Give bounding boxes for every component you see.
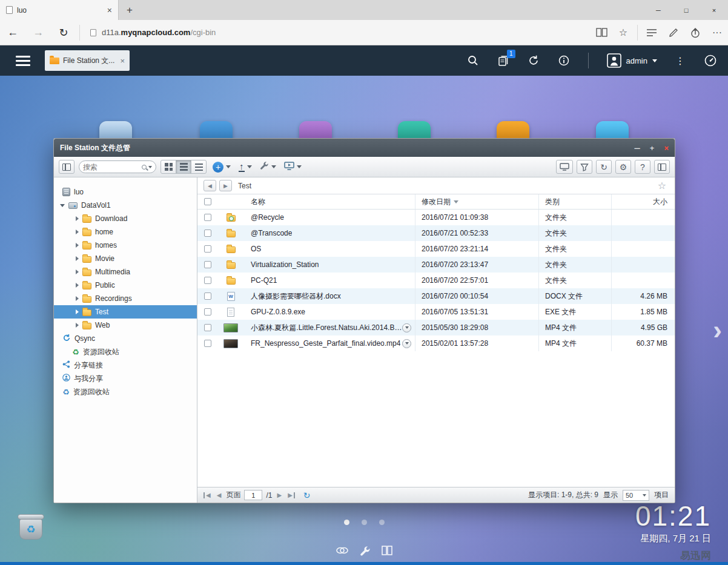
search-input[interactable] [83,163,140,171]
tree-item-qsync-recycle[interactable]: ♻ 资源回收站 [54,345,197,358]
tree-item-download[interactable]: Download [54,212,197,225]
file-name[interactable]: 人像摄影需要哪些器材.docx [251,291,341,302]
search-box[interactable] [79,160,156,173]
background-tasks-icon[interactable] [528,55,540,67]
play-options-button[interactable] [402,323,411,332]
row-checkbox[interactable] [204,308,211,316]
refresh-icon[interactable]: ↻ [51,26,76,39]
column-header-type[interactable]: 类别 [538,194,611,209]
tree-item-web[interactable]: Web [54,319,197,332]
file-name[interactable]: 小森林.夏秋篇.Little.Forest.Natsu.Aki.2014.BD1… [251,323,402,333]
row-checkbox[interactable] [204,292,211,300]
expand-icon[interactable] [76,256,79,261]
page-dot[interactable] [379,520,385,525]
nav-back-button[interactable]: ◀ [204,180,216,191]
row-checkbox[interactable] [204,245,211,253]
columns-icon[interactable] [382,546,392,559]
page-size-select[interactable]: 50 [623,490,649,501]
file-name[interactable]: FR_Nespresso_Geste_Parfait_final.video.m… [251,339,400,348]
tree-item-test-selected[interactable]: Test [54,305,197,319]
next-page-button[interactable]: ▶ [276,492,283,498]
forward-icon[interactable]: → [25,26,51,39]
hub-icon[interactable] [641,28,663,37]
prev-page-button[interactable]: ◀ [216,492,223,498]
web-note-icon[interactable] [663,28,684,38]
refresh-button[interactable]: ↻ [596,160,612,174]
file-name[interactable]: PC-Q21 [251,276,277,285]
tree-item-shared-with-me[interactable]: 与我分享 [54,372,197,385]
row-checkbox[interactable] [204,214,211,221]
share-icon[interactable] [684,27,706,38]
play-options-button[interactable] [402,339,411,348]
file-row[interactable]: 人像摄影需要哪些器材.docx 2016/07/20 00:10:54 DOCX… [197,288,675,304]
expand-icon[interactable] [76,323,79,328]
expand-icon[interactable] [76,230,79,234]
row-checkbox[interactable] [204,324,211,331]
window-maximize-button[interactable]: + [650,144,655,153]
expand-icon[interactable] [76,309,79,314]
quick-link-icon[interactable] [336,546,349,559]
url-field[interactable]: d11a.myqnapcloud.com/cgi-bin [83,28,591,37]
file-row[interactable]: FR_Nespresso_Geste_Parfait_final.video.m… [197,335,675,351]
more-options-icon[interactable]: ⋮ [675,55,686,67]
browser-tab[interactable]: luo × [0,0,119,20]
file-row[interactable]: @Recycle 2016/07/21 01:09:38 文件夹 [197,210,675,225]
tree-item-multimedia[interactable]: Multimedia [54,265,197,279]
tree-item-recycle-bin[interactable]: ♻ 资源回收站 [54,385,197,398]
file-row[interactable]: Virtualization_Station 2016/07/20 23:13:… [197,257,675,273]
expand-icon[interactable] [76,296,79,301]
play-to-device-menu-button[interactable] [282,162,303,173]
column-header-modified[interactable]: 修改日期 [415,194,538,209]
select-all-checkbox[interactable] [204,198,211,205]
notifications-icon[interactable]: 1 [497,55,509,67]
qts-tab-file-station[interactable]: File Station 文... × [45,50,130,71]
expand-icon[interactable] [76,243,79,248]
file-row[interactable]: PC-Q21 2016/07/20 22:57:01 文件夹 [197,273,675,288]
file-row[interactable]: OS 2016/07/20 23:21:14 文件夹 [197,241,675,257]
page-dot-active[interactable] [344,520,349,525]
info-icon[interactable] [558,55,570,67]
tree-item-home[interactable]: home [54,225,197,239]
settings-button[interactable]: ⚙ [615,160,631,174]
tree-item-volume[interactable]: DataVol1 [54,199,197,212]
panel-view-button[interactable] [654,160,670,174]
tree-item-qsync[interactable]: Qsync [54,332,197,345]
tab-close-icon[interactable]: × [107,6,112,15]
tree-item-recordings[interactable]: Recordings [54,292,197,305]
file-name[interactable]: GPU-Z.0.8.9.exe [251,308,305,316]
filter-button[interactable] [577,160,592,174]
tree-item-public[interactable]: Public [54,279,197,292]
row-checkbox[interactable] [204,277,211,284]
more-options-icon[interactable]: ··· [706,27,728,38]
row-checkbox[interactable] [204,261,211,268]
tree-item-movie[interactable]: Movie [54,252,197,265]
column-header-name[interactable]: 名称 [243,194,415,209]
column-header-size[interactable]: 大小 [611,194,675,209]
search-options-caret-icon[interactable] [148,166,152,168]
file-name[interactable]: OS [251,245,261,253]
expand-icon[interactable] [76,283,79,288]
desktop-next-chevron[interactable]: › [713,317,722,343]
browser-minimize-button[interactable]: ─ [644,0,672,20]
dashboard-icon[interactable] [704,54,717,67]
help-button[interactable]: ? [635,160,650,174]
file-row[interactable]: 小森林.夏秋篇.Little.Forest.Natsu.Aki.2014.BD1… [197,320,675,335]
back-icon[interactable]: ← [0,26,25,39]
sidebar-toggle-button[interactable] [59,160,74,174]
window-minimize-button[interactable]: ─ [635,144,640,153]
tree-item-homes[interactable]: homes [54,239,197,252]
search-icon[interactable] [467,55,479,67]
recycle-bin-desktop-icon[interactable]: ♻ [16,514,46,540]
remote-display-button[interactable] [556,160,573,174]
favorite-star-icon[interactable]: ☆ [658,180,666,191]
file-name[interactable]: Virtualization_Station [251,260,319,269]
nav-forward-button[interactable]: ▶ [219,180,232,191]
thumbnail-view-button[interactable] [160,160,176,174]
expand-icon[interactable] [76,216,79,221]
expand-icon[interactable] [76,269,79,274]
tools-menu-button[interactable] [258,161,278,173]
last-page-button[interactable]: ▶ [286,492,295,498]
first-page-button[interactable]: ◀ [204,492,212,498]
tree-item-share-links[interactable]: 分享链接 [54,358,197,372]
detail-view-button[interactable] [191,160,207,174]
